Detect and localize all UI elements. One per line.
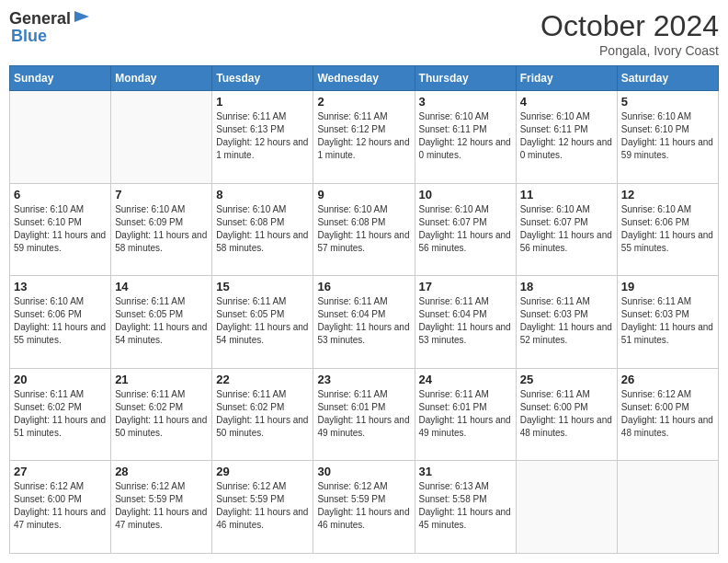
- day-number: 20: [14, 373, 107, 386]
- day-info: Sunrise: 6:10 AMSunset: 6:07 PMDaylight:…: [520, 203, 613, 255]
- day-info: Sunrise: 6:13 AMSunset: 5:58 PMDaylight:…: [419, 480, 512, 532]
- weekday-header-row: SundayMondayTuesdayWednesdayThursdayFrid…: [10, 66, 719, 91]
- day-number: 9: [317, 188, 410, 201]
- calendar-cell: 21Sunrise: 6:11 AMSunset: 6:02 PMDayligh…: [111, 368, 212, 461]
- day-info: Sunrise: 6:12 AMSunset: 5:59 PMDaylight:…: [216, 480, 309, 532]
- day-info: Sunrise: 6:12 AMSunset: 5:59 PMDaylight:…: [317, 480, 410, 532]
- calendar-cell: 17Sunrise: 6:11 AMSunset: 6:04 PMDayligh…: [415, 276, 516, 369]
- calendar-cell: 30Sunrise: 6:12 AMSunset: 5:59 PMDayligh…: [313, 461, 415, 554]
- day-number: 23: [317, 373, 410, 386]
- day-number: 6: [14, 188, 107, 201]
- calendar-cell: 23Sunrise: 6:11 AMSunset: 6:01 PMDayligh…: [313, 368, 415, 461]
- calendar-cell: 14Sunrise: 6:11 AMSunset: 6:05 PMDayligh…: [111, 276, 212, 369]
- day-number: 13: [14, 280, 107, 293]
- day-number: 11: [520, 188, 613, 201]
- day-info: Sunrise: 6:11 AMSunset: 6:03 PMDaylight:…: [621, 295, 714, 347]
- day-number: 30: [317, 465, 410, 478]
- day-number: 22: [216, 373, 309, 386]
- calendar-cell: 9Sunrise: 6:10 AMSunset: 6:08 PMDaylight…: [313, 183, 415, 276]
- day-info: Sunrise: 6:10 AMSunset: 6:10 PMDaylight:…: [14, 203, 107, 255]
- calendar-cell: 3Sunrise: 6:10 AMSunset: 6:11 PMDaylight…: [415, 91, 516, 184]
- month-title: October 2024: [540, 9, 719, 43]
- calendar-cell: 4Sunrise: 6:10 AMSunset: 6:11 PMDaylight…: [516, 91, 617, 184]
- day-number: 3: [419, 95, 512, 109]
- day-info: Sunrise: 6:11 AMSunset: 6:01 PMDaylight:…: [317, 388, 410, 440]
- day-info: Sunrise: 6:11 AMSunset: 6:04 PMDaylight:…: [317, 295, 410, 347]
- calendar-cell: 8Sunrise: 6:10 AMSunset: 6:08 PMDaylight…: [212, 183, 313, 276]
- calendar-cell: 25Sunrise: 6:11 AMSunset: 6:00 PMDayligh…: [516, 368, 617, 461]
- calendar-cell: 10Sunrise: 6:10 AMSunset: 6:07 PMDayligh…: [415, 183, 516, 276]
- day-number: 12: [621, 188, 714, 201]
- calendar-week-row: 27Sunrise: 6:12 AMSunset: 6:00 PMDayligh…: [10, 461, 719, 554]
- calendar-cell: 31Sunrise: 6:13 AMSunset: 5:58 PMDayligh…: [415, 461, 516, 554]
- calendar-cell: 7Sunrise: 6:10 AMSunset: 6:09 PMDaylight…: [111, 183, 212, 276]
- day-number: 19: [621, 280, 714, 293]
- calendar-cell: [617, 461, 718, 554]
- weekday-header: Wednesday: [313, 66, 415, 91]
- day-number: 28: [115, 465, 208, 478]
- day-number: 10: [419, 188, 512, 201]
- calendar-cell: 11Sunrise: 6:10 AMSunset: 6:07 PMDayligh…: [516, 183, 617, 276]
- day-number: 14: [115, 280, 208, 293]
- weekday-header: Saturday: [617, 66, 718, 91]
- calendar-cell: 26Sunrise: 6:12 AMSunset: 6:00 PMDayligh…: [617, 368, 718, 461]
- day-number: 31: [419, 465, 512, 478]
- calendar-cell: 5Sunrise: 6:10 AMSunset: 6:10 PMDaylight…: [617, 91, 718, 184]
- calendar-week-row: 1Sunrise: 6:11 AMSunset: 6:13 PMDaylight…: [10, 91, 719, 184]
- day-number: 7: [115, 188, 208, 201]
- day-number: 29: [216, 465, 309, 478]
- svg-marker-0: [74, 11, 89, 22]
- day-info: Sunrise: 6:11 AMSunset: 6:01 PMDaylight:…: [419, 388, 512, 440]
- weekday-header: Friday: [516, 66, 617, 91]
- calendar-cell: 20Sunrise: 6:11 AMSunset: 6:02 PMDayligh…: [10, 368, 111, 461]
- calendar-cell: 13Sunrise: 6:10 AMSunset: 6:06 PMDayligh…: [10, 276, 111, 369]
- day-info: Sunrise: 6:10 AMSunset: 6:06 PMDaylight:…: [621, 203, 714, 255]
- day-info: Sunrise: 6:11 AMSunset: 6:13 PMDaylight:…: [216, 110, 309, 162]
- day-number: 27: [14, 465, 107, 478]
- calendar: SundayMondayTuesdayWednesdayThursdayFrid…: [9, 65, 719, 554]
- logo-flag-icon: [73, 9, 91, 28]
- day-number: 26: [621, 373, 714, 386]
- day-info: Sunrise: 6:10 AMSunset: 6:11 PMDaylight:…: [419, 110, 512, 162]
- calendar-cell: [516, 461, 617, 554]
- header-right: October 2024 Pongala, Ivory Coast: [540, 9, 719, 58]
- calendar-cell: 27Sunrise: 6:12 AMSunset: 6:00 PMDayligh…: [10, 461, 111, 554]
- day-number: 18: [520, 280, 613, 293]
- day-info: Sunrise: 6:10 AMSunset: 6:09 PMDaylight:…: [115, 203, 208, 255]
- calendar-cell: 12Sunrise: 6:10 AMSunset: 6:06 PMDayligh…: [617, 183, 718, 276]
- calendar-cell: 29Sunrise: 6:12 AMSunset: 5:59 PMDayligh…: [212, 461, 313, 554]
- day-number: 25: [520, 373, 613, 386]
- day-number: 2: [317, 95, 410, 109]
- day-number: 24: [419, 373, 512, 386]
- day-info: Sunrise: 6:10 AMSunset: 6:06 PMDaylight:…: [14, 295, 107, 347]
- day-number: 16: [317, 280, 410, 293]
- day-number: 17: [419, 280, 512, 293]
- day-number: 1: [216, 95, 309, 109]
- day-info: Sunrise: 6:10 AMSunset: 6:07 PMDaylight:…: [419, 203, 512, 255]
- day-info: Sunrise: 6:10 AMSunset: 6:08 PMDaylight:…: [216, 203, 309, 255]
- page: General Blue October 2024 Pongala, Ivory…: [0, 0, 728, 563]
- day-number: 21: [115, 373, 208, 386]
- calendar-cell: 24Sunrise: 6:11 AMSunset: 6:01 PMDayligh…: [415, 368, 516, 461]
- weekday-header: Sunday: [10, 66, 111, 91]
- calendar-week-row: 13Sunrise: 6:10 AMSunset: 6:06 PMDayligh…: [10, 276, 719, 369]
- day-info: Sunrise: 6:10 AMSunset: 6:10 PMDaylight:…: [621, 110, 714, 162]
- header: General Blue October 2024 Pongala, Ivory…: [9, 9, 719, 58]
- calendar-week-row: 20Sunrise: 6:11 AMSunset: 6:02 PMDayligh…: [10, 368, 719, 461]
- day-info: Sunrise: 6:10 AMSunset: 6:08 PMDaylight:…: [317, 203, 410, 255]
- day-info: Sunrise: 6:11 AMSunset: 6:02 PMDaylight:…: [14, 388, 107, 440]
- logo-blue-text: Blue: [11, 28, 91, 44]
- day-number: 15: [216, 280, 309, 293]
- calendar-cell: 22Sunrise: 6:11 AMSunset: 6:02 PMDayligh…: [212, 368, 313, 461]
- day-info: Sunrise: 6:11 AMSunset: 6:05 PMDaylight:…: [216, 295, 309, 347]
- day-number: 5: [621, 95, 714, 109]
- day-info: Sunrise: 6:12 AMSunset: 5:59 PMDaylight:…: [115, 480, 208, 532]
- calendar-cell: 1Sunrise: 6:11 AMSunset: 6:13 PMDaylight…: [212, 91, 313, 184]
- calendar-cell: 15Sunrise: 6:11 AMSunset: 6:05 PMDayligh…: [212, 276, 313, 369]
- day-number: 8: [216, 188, 309, 201]
- day-info: Sunrise: 6:12 AMSunset: 6:00 PMDaylight:…: [14, 480, 107, 532]
- calendar-cell: 2Sunrise: 6:11 AMSunset: 6:12 PMDaylight…: [313, 91, 415, 184]
- day-info: Sunrise: 6:12 AMSunset: 6:00 PMDaylight:…: [621, 388, 714, 440]
- calendar-cell: 16Sunrise: 6:11 AMSunset: 6:04 PMDayligh…: [313, 276, 415, 369]
- logo-general-text: General: [9, 10, 71, 27]
